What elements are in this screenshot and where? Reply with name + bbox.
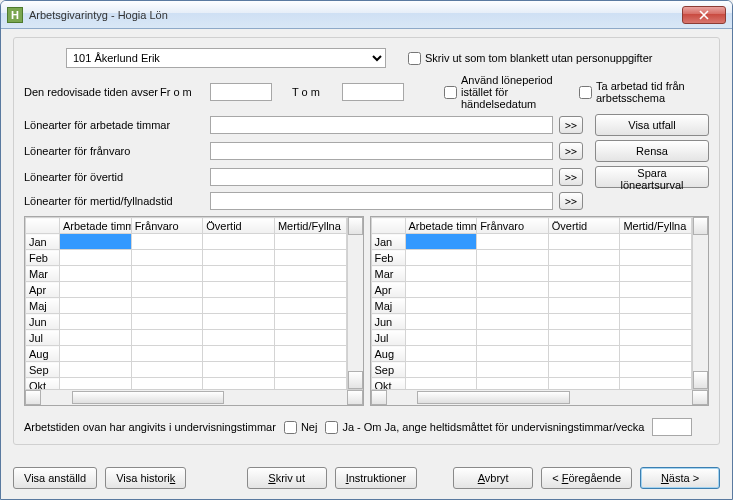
- row-header[interactable]: Okt: [26, 378, 60, 390]
- data-cell[interactable]: [548, 282, 620, 298]
- row-header[interactable]: Apr: [26, 282, 60, 298]
- data-cell[interactable]: [620, 362, 692, 378]
- data-cell[interactable]: [620, 250, 692, 266]
- row-header[interactable]: Jul: [371, 330, 405, 346]
- data-cell[interactable]: [620, 314, 692, 330]
- lonearter-absence-input[interactable]: [210, 142, 553, 160]
- data-cell[interactable]: [620, 330, 692, 346]
- data-cell[interactable]: [60, 346, 132, 362]
- teaching-hours-input[interactable]: [652, 418, 692, 436]
- cancel-button[interactable]: Avbryt: [453, 467, 533, 489]
- instructions-button[interactable]: Instruktioner: [335, 467, 418, 489]
- data-cell[interactable]: [620, 234, 692, 250]
- lonearter-absence-browse[interactable]: >>: [559, 142, 583, 160]
- lonearter-mertid-browse[interactable]: >>: [559, 192, 583, 210]
- right-vertical-scrollbar[interactable]: [692, 217, 708, 389]
- data-cell[interactable]: [60, 298, 132, 314]
- blank-form-checkbox[interactable]: Skriv ut som tom blankett utan personupp…: [408, 52, 652, 65]
- left-year-table[interactable]: Arbetade timmarFrånvaroÖvertidMertid/Fyl…: [24, 216, 364, 406]
- data-cell[interactable]: [131, 250, 203, 266]
- data-cell[interactable]: [60, 250, 132, 266]
- col-header[interactable]: Arbetade timmar: [405, 218, 477, 234]
- use-schedule-check-input[interactable]: [579, 86, 592, 99]
- data-cell[interactable]: [405, 314, 477, 330]
- close-button[interactable]: [682, 6, 726, 24]
- show-employee-button[interactable]: Visa anställd: [13, 467, 97, 489]
- data-cell[interactable]: [274, 362, 346, 378]
- data-cell[interactable]: [405, 346, 477, 362]
- data-cell[interactable]: [477, 298, 549, 314]
- data-cell[interactable]: [203, 314, 275, 330]
- row-header[interactable]: Apr: [371, 282, 405, 298]
- clear-button[interactable]: Rensa: [595, 140, 709, 162]
- from-date-input[interactable]: [210, 83, 272, 101]
- data-cell[interactable]: [477, 330, 549, 346]
- data-cell[interactable]: [60, 234, 132, 250]
- data-cell[interactable]: [477, 266, 549, 282]
- data-cell[interactable]: [620, 346, 692, 362]
- data-cell[interactable]: [548, 266, 620, 282]
- next-button[interactable]: Nästa >: [640, 467, 720, 489]
- col-header[interactable]: Övertid: [548, 218, 620, 234]
- row-header[interactable]: Jul: [26, 330, 60, 346]
- data-cell[interactable]: [274, 298, 346, 314]
- use-payperiod-checkbox[interactable]: Använd löneperiod istället för händelsed…: [444, 74, 573, 110]
- lonearter-mertid-input[interactable]: [210, 192, 553, 210]
- data-cell[interactable]: [60, 314, 132, 330]
- lonearter-overtime-browse[interactable]: >>: [559, 168, 583, 186]
- row-header[interactable]: Maj: [26, 298, 60, 314]
- data-cell[interactable]: [548, 362, 620, 378]
- data-cell[interactable]: [203, 250, 275, 266]
- data-cell[interactable]: [60, 330, 132, 346]
- right-year-table[interactable]: Arbetade timmarFrånvaroÖvertidMertid/Fyl…: [370, 216, 710, 406]
- data-cell[interactable]: [274, 378, 346, 390]
- data-cell[interactable]: [60, 266, 132, 282]
- data-cell[interactable]: [405, 330, 477, 346]
- data-cell[interactable]: [620, 266, 692, 282]
- col-header[interactable]: Mertid/Fyllna: [620, 218, 692, 234]
- data-cell[interactable]: [274, 266, 346, 282]
- data-cell[interactable]: [60, 362, 132, 378]
- blank-form-check-input[interactable]: [408, 52, 421, 65]
- row-header[interactable]: Mar: [371, 266, 405, 282]
- row-header[interactable]: Aug: [26, 346, 60, 362]
- row-header[interactable]: Okt: [371, 378, 405, 390]
- data-cell[interactable]: [60, 378, 132, 390]
- data-cell[interactable]: [477, 282, 549, 298]
- data-cell[interactable]: [405, 362, 477, 378]
- row-header[interactable]: Feb: [371, 250, 405, 266]
- lonearter-worked-browse[interactable]: >>: [559, 116, 583, 134]
- row-header[interactable]: Jan: [371, 234, 405, 250]
- data-cell[interactable]: [274, 346, 346, 362]
- data-cell[interactable]: [274, 282, 346, 298]
- data-cell[interactable]: [203, 298, 275, 314]
- data-cell[interactable]: [405, 282, 477, 298]
- lonearter-worked-input[interactable]: [210, 116, 553, 134]
- data-cell[interactable]: [274, 234, 346, 250]
- data-cell[interactable]: [131, 314, 203, 330]
- data-cell[interactable]: [548, 346, 620, 362]
- teaching-yes-input[interactable]: [325, 421, 338, 434]
- data-cell[interactable]: [131, 266, 203, 282]
- row-header[interactable]: Jun: [371, 314, 405, 330]
- teaching-no-checkbox[interactable]: Nej: [284, 421, 318, 434]
- data-cell[interactable]: [620, 282, 692, 298]
- data-cell[interactable]: [131, 298, 203, 314]
- data-cell[interactable]: [405, 266, 477, 282]
- data-cell[interactable]: [405, 234, 477, 250]
- show-result-button[interactable]: Visa utfall: [595, 114, 709, 136]
- data-cell[interactable]: [477, 250, 549, 266]
- data-cell[interactable]: [477, 362, 549, 378]
- use-payperiod-check-input[interactable]: [444, 86, 457, 99]
- col-header[interactable]: Mertid/Fyllna: [274, 218, 346, 234]
- data-cell[interactable]: [131, 378, 203, 390]
- data-cell[interactable]: [548, 250, 620, 266]
- data-cell[interactable]: [203, 234, 275, 250]
- data-cell[interactable]: [477, 378, 549, 390]
- data-cell[interactable]: [405, 298, 477, 314]
- to-date-input[interactable]: [342, 83, 404, 101]
- data-cell[interactable]: [203, 362, 275, 378]
- col-header[interactable]: Frånvaro: [131, 218, 203, 234]
- data-cell[interactable]: [131, 330, 203, 346]
- teaching-no-input[interactable]: [284, 421, 297, 434]
